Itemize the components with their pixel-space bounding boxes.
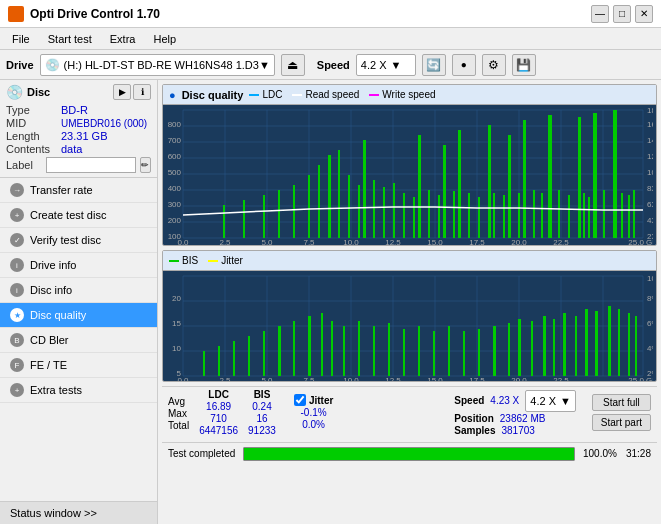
disc-action-icon[interactable]: ▶	[113, 84, 131, 100]
svg-text:5.0: 5.0	[261, 238, 273, 245]
drive-info-icon: i	[10, 258, 24, 272]
jitter-checkbox[interactable]	[294, 394, 306, 406]
svg-text:2.5: 2.5	[219, 238, 231, 245]
type-label: Type	[6, 104, 61, 116]
svg-rect-34	[373, 180, 375, 238]
save-button[interactable]: 💾	[512, 54, 536, 76]
ldc-col-header: LDC	[199, 389, 238, 400]
status-window-label: Status window >>	[10, 507, 97, 519]
verify-test-disc-label: Verify test disc	[30, 234, 101, 246]
bis-legend-dot	[169, 260, 179, 262]
svg-text:22.5: 22.5	[553, 376, 569, 381]
label-edit-icon[interactable]: ✏	[140, 157, 151, 173]
transfer-rate-label: Transfer rate	[30, 184, 93, 196]
sidebar-item-drive-info[interactable]: i Drive info	[0, 253, 157, 278]
menu-help[interactable]: Help	[145, 31, 184, 47]
svg-rect-54	[541, 193, 543, 238]
svg-rect-124	[358, 321, 360, 376]
svg-text:18X: 18X	[647, 106, 653, 115]
svg-text:0.0: 0.0	[177, 238, 189, 245]
disc-button[interactable]: ●	[452, 54, 476, 76]
svg-rect-43	[453, 191, 455, 238]
drive-icon: 💿	[45, 58, 60, 72]
speed-select[interactable]: 4.2 X ▼	[356, 54, 416, 76]
progress-track	[243, 447, 575, 461]
content-area: ● Disc quality LDC Read speed Write spee…	[158, 80, 661, 524]
svg-rect-145	[628, 313, 630, 376]
drive-bar: Drive 💿 (H:) HL-DT-ST BD-RE WH16NS48 1.D…	[0, 50, 661, 80]
svg-rect-116	[248, 336, 250, 376]
progress-label: Test completed	[168, 448, 235, 459]
svg-text:12.5: 12.5	[385, 376, 401, 381]
sidebar-item-fe-te[interactable]: F FE / TE	[0, 353, 157, 378]
settings-button[interactable]: ⚙	[482, 54, 506, 76]
menu-start-test[interactable]: Start test	[40, 31, 100, 47]
refresh-button[interactable]: 🔄	[422, 54, 446, 76]
read-speed-legend-dot	[292, 94, 302, 96]
svg-text:300: 300	[168, 200, 182, 209]
avg-row-label: Avg	[168, 396, 189, 407]
svg-text:700: 700	[168, 136, 182, 145]
svg-text:20.0: 20.0	[511, 376, 527, 381]
create-test-disc-label: Create test disc	[30, 209, 106, 221]
sidebar-item-verify-test-disc[interactable]: ✓ Verify test disc	[0, 228, 157, 253]
sidebar-item-transfer-rate[interactable]: → Transfer rate	[0, 178, 157, 203]
drive-select[interactable]: 💿 (H:) HL-DT-ST BD-RE WH16NS48 1.D3 ▼	[40, 54, 275, 76]
progress-percent: 100.0%	[583, 448, 618, 459]
start-part-button[interactable]: Start part	[592, 414, 651, 431]
close-button[interactable]: ✕	[635, 5, 653, 23]
chart-panel-2-header: BIS Jitter	[163, 251, 656, 271]
svg-text:2.5: 2.5	[219, 376, 231, 381]
svg-rect-59	[583, 193, 585, 238]
maximize-button[interactable]: □	[613, 5, 631, 23]
speed-stat-select[interactable]: 4.2 X ▼	[525, 390, 576, 412]
menu-extra[interactable]: Extra	[102, 31, 144, 47]
sidebar-item-disc-info[interactable]: i Disc info	[0, 278, 157, 303]
svg-rect-65	[628, 195, 630, 238]
start-full-button[interactable]: Start full	[592, 394, 651, 411]
disc-info-icon[interactable]: ℹ	[133, 84, 151, 100]
speed-dropdown-icon: ▼	[391, 59, 402, 71]
disc-label-input[interactable]	[46, 157, 136, 173]
svg-rect-119	[293, 321, 295, 376]
svg-rect-28	[318, 165, 320, 238]
disc-quality-label: Disc quality	[30, 309, 86, 321]
status-window-button[interactable]: Status window >>	[0, 501, 157, 524]
svg-rect-63	[613, 110, 617, 238]
svg-rect-47	[488, 125, 491, 238]
svg-text:15.0: 15.0	[427, 376, 443, 381]
samples-value: 381703	[501, 425, 534, 436]
chart1-legend: LDC Read speed Write speed	[249, 89, 435, 100]
svg-text:10: 10	[172, 344, 181, 353]
svg-rect-29	[328, 155, 331, 238]
svg-text:8X: 8X	[647, 184, 653, 193]
svg-rect-137	[543, 316, 546, 376]
sidebar-item-create-test-disc[interactable]: + Create test disc	[0, 203, 157, 228]
svg-rect-24	[263, 195, 265, 238]
drive-label: Drive	[6, 59, 34, 71]
sidebar-item-extra-tests[interactable]: + Extra tests	[0, 378, 157, 403]
svg-rect-44	[458, 130, 461, 238]
svg-rect-52	[523, 120, 526, 238]
menu-file[interactable]: File	[4, 31, 38, 47]
sidebar-item-cd-bler[interactable]: B CD Bler	[0, 328, 157, 353]
progress-bar-container: Test completed 100.0% 31:28	[162, 442, 657, 464]
max-ldc-value: 710	[199, 413, 238, 424]
svg-rect-141	[585, 309, 588, 376]
svg-rect-113	[203, 351, 205, 376]
svg-rect-49	[503, 195, 505, 238]
speed-stat-label: Speed	[454, 395, 484, 406]
minimize-button[interactable]: —	[591, 5, 609, 23]
app-title: Opti Drive Control 1.70	[30, 7, 160, 21]
disc-quality-panel-icon: ●	[169, 89, 176, 101]
svg-rect-131	[463, 331, 465, 376]
svg-rect-139	[563, 313, 566, 376]
svg-rect-121	[321, 313, 323, 376]
extra-tests-label: Extra tests	[30, 384, 82, 396]
svg-rect-38	[413, 197, 415, 238]
create-test-disc-icon: +	[10, 208, 24, 222]
sidebar-item-disc-quality[interactable]: ★ Disc quality	[0, 303, 157, 328]
svg-rect-48	[493, 193, 495, 238]
eject-button[interactable]: ⏏	[281, 54, 305, 76]
samples-label: Samples	[454, 425, 495, 436]
